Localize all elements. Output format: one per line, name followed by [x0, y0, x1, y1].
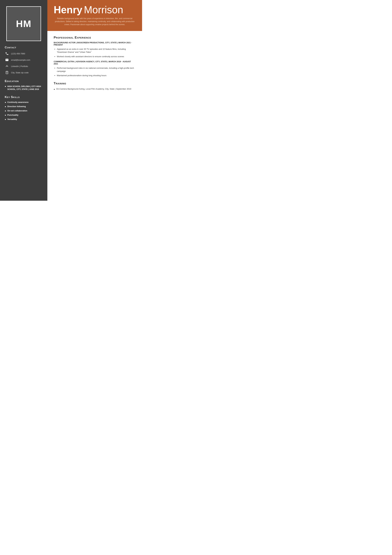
skill-bullet-3: ●	[5, 114, 6, 117]
professional-experience-section: Professional Experience BACKGROUND ACTOR…	[54, 36, 136, 77]
training-text-0: On-Camera Background Acting, Local Film …	[56, 88, 131, 91]
email-icon	[5, 58, 9, 62]
linkedin-text: LinkedIn | Portfolio	[11, 65, 28, 67]
job-title-1: COMMERCIAL EXTRA | ADVISION AGENCY, CITY…	[54, 60, 136, 65]
avatar-box: HM	[6, 6, 41, 41]
skill-text-4: Versatility	[7, 118, 17, 120]
job-bullet-0-1: Worked closely with assistant directors …	[57, 55, 136, 58]
contact-linkedin-item: LinkedIn | Portfolio	[5, 64, 43, 68]
tagline: Reliable background actor with five year…	[54, 17, 136, 26]
contact-email-item: email@example.com	[5, 58, 43, 62]
email-text: email@example.com	[11, 59, 30, 61]
name-line: Henry Morrison	[54, 5, 136, 15]
svg-point-0	[7, 65, 7, 66]
avatar-initials: HM	[16, 18, 31, 29]
job-bullet-1-0: Performed background roles in six nation…	[57, 66, 136, 73]
main-content: Henry Morrison Reliable background actor…	[47, 0, 142, 201]
skill-item-0: ● Continuity awareness	[5, 101, 43, 104]
skill-item-4: ● Versatility	[5, 118, 43, 121]
phone-icon	[5, 51, 9, 56]
phone-text: (123) 456-7890	[11, 52, 25, 55]
education-section-title: Education	[5, 80, 43, 83]
education-section: Education ● HIGH SCHOOL DIPLOMA | CITY H…	[5, 80, 43, 91]
last-name: Morrison	[84, 5, 123, 15]
job-bullets-0: Appeared as an extra in over 20 TV episo…	[57, 48, 136, 58]
contact-location-item: City, State zip code	[5, 70, 43, 75]
education-item-0: ● HIGH SCHOOL DIPLOMA | CITY HIGH SCHOOL…	[5, 85, 43, 91]
professional-experience-title: Professional Experience	[54, 36, 136, 39]
skill-text-2: On-set collaboration	[7, 110, 27, 112]
training-item-0: ● On-Camera Background Acting, Local Fil…	[54, 88, 136, 91]
job-bullets-1: Performed background roles in six nation…	[57, 66, 136, 77]
sidebar: HM Contact (123) 456-7890 email	[0, 0, 47, 201]
job-bullet-0-0: Appeared as an extra in over 20 TV episo…	[57, 48, 136, 54]
skill-text-3: Punctuality	[7, 114, 18, 116]
first-name: Henry	[54, 5, 82, 15]
skill-text-1: Direction following	[7, 105, 26, 108]
training-section-title: Training	[54, 81, 136, 85]
location-text: City, State zip code	[11, 71, 29, 74]
header-banner: Henry Morrison Reliable background actor…	[47, 0, 142, 31]
skill-item-3: ● Punctuality	[5, 114, 43, 117]
svg-point-2	[7, 72, 7, 73]
education-bullet: ●	[5, 85, 6, 88]
skills-section: Key Skills ● Continuity awareness ● Dire…	[5, 95, 43, 121]
training-section: Training ● On-Camera Background Acting, …	[54, 81, 136, 91]
skill-bullet-2: ●	[5, 110, 6, 112]
contact-phone-item: (123) 456-7890	[5, 51, 43, 56]
contact-section: Contact (123) 456-7890 email@example.com	[5, 46, 43, 75]
skill-item-1: ● Direction following	[5, 105, 43, 108]
skill-text-0: Continuity awareness	[7, 101, 29, 103]
skills-section-title: Key Skills	[5, 95, 43, 99]
job-title-0: BACKGROUND ACTOR | BIGSCREEN PRODUCTIONS…	[54, 42, 136, 46]
location-icon	[5, 70, 9, 75]
sidebar-content: Contact (123) 456-7890 email@example.com	[0, 46, 47, 125]
linkedin-icon	[5, 64, 9, 68]
education-text-0: HIGH SCHOOL DIPLOMA | CITY HIGH SCHOOL, …	[7, 85, 43, 91]
skill-bullet-1: ●	[5, 105, 6, 108]
skill-bullet-4: ●	[5, 118, 6, 121]
main-body: Professional Experience BACKGROUND ACTOR…	[47, 31, 142, 201]
training-bullet-0: ●	[54, 88, 55, 91]
skill-item-2: ● On-set collaboration	[5, 110, 43, 112]
skill-bullet-0: ●	[5, 101, 6, 104]
job-bullet-1-1: Maintained professionalism during long s…	[57, 74, 136, 77]
contact-section-title: Contact	[5, 46, 43, 49]
